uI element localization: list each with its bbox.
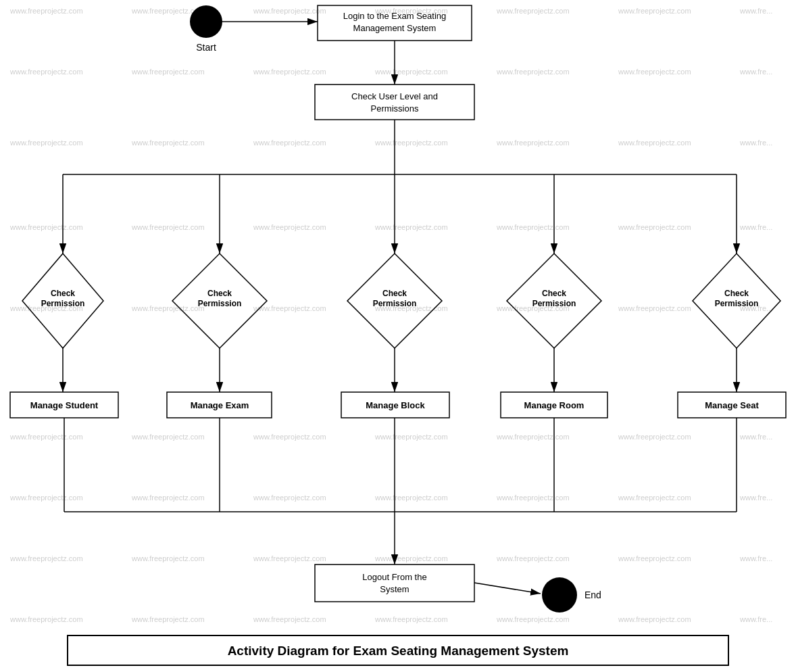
login-text-line2: Management System — [353, 23, 437, 33]
check-user-level-text2: Permissions — [371, 103, 419, 114]
watermark: www.freeprojectz.com — [374, 68, 448, 76]
watermark: www.fre... — [739, 7, 772, 15]
watermark: www.freeprojectz.com — [496, 433, 570, 441]
watermark: www.freeprojectz.com — [618, 68, 691, 76]
cp1-text2: Permission — [41, 299, 85, 308]
watermark: www.freeprojectz.com — [131, 139, 205, 147]
start-label: Start — [196, 42, 216, 53]
cp4-text2: Permission — [532, 299, 576, 308]
cp2-text2: Permission — [198, 299, 242, 308]
watermark: www.freeprojectz.com — [131, 494, 205, 502]
login-text-line1: Login to the Exam Seating — [343, 11, 447, 21]
diagram-title: Activity Diagram for Exam Seating Manage… — [228, 644, 569, 658]
manage-exam-text: Manage Exam — [191, 400, 249, 410]
cp5-text1: Check — [724, 289, 749, 298]
cp4-text1: Check — [542, 289, 566, 298]
watermark: www.freeprojectz.com — [9, 68, 83, 76]
watermark: www.freeprojectz.com — [618, 433, 691, 441]
watermark: www.freeprojectz.com — [253, 68, 326, 76]
manage-seat-text: Manage Seat — [705, 400, 759, 410]
watermark: www.freeprojectz.com — [131, 433, 205, 441]
watermark: www.freeprojectz.com — [618, 223, 691, 231]
watermark: www.freeprojectz.com — [253, 615, 326, 623]
watermark: www.freeprojectz.com — [131, 615, 205, 623]
watermark: www.freeprojectz.com — [253, 139, 326, 147]
watermark: www.freeprojectz.com — [374, 554, 448, 562]
watermark: www.fre... — [739, 433, 772, 441]
watermark: www.freeprojectz.com — [253, 223, 326, 231]
watermark: www.freeprojectz.com — [374, 223, 448, 231]
arrow-logout-end — [474, 583, 541, 594]
watermark: www.freeprojectz.com — [496, 68, 570, 76]
logout-box — [315, 565, 474, 602]
manage-student-text: Manage Student — [30, 400, 99, 410]
manage-room-text: Manage Room — [524, 400, 584, 410]
watermark: www.freeprojectz.com — [131, 223, 205, 231]
watermark: www.fre... — [739, 139, 772, 147]
watermark: www.freeprojectz.com — [618, 494, 691, 502]
watermark: www.freeprojectz.com — [131, 68, 205, 76]
watermark: www.freeprojectz.com — [9, 139, 83, 147]
cp3-text1: Check — [382, 289, 407, 298]
manage-block-text: Manage Block — [366, 400, 425, 410]
watermark: www.freeprojectz.com — [253, 554, 326, 562]
watermark: www.freeprojectz.com — [9, 554, 83, 562]
cp2-text1: Check — [207, 289, 232, 298]
watermark: www.freeprojectz.com — [374, 139, 448, 147]
watermark: www.freeprojectz.com — [618, 7, 691, 15]
logout-text1: Logout From the — [362, 572, 426, 582]
watermark: www.freeprojectz.com — [131, 304, 205, 312]
watermark: www.freeprojectz.com — [496, 494, 570, 502]
watermark: www.freeprojectz.com — [618, 615, 691, 623]
watermark: www.freeprojectz.com — [9, 494, 83, 502]
end-label: End — [584, 590, 601, 600]
watermark: www.freeprojectz.com — [9, 223, 83, 231]
watermark: www.freeprojectz.com — [618, 554, 691, 562]
watermark: www.freeprojectz.com — [9, 7, 83, 15]
end-circle — [542, 577, 577, 613]
watermark: www.freeprojectz.com — [496, 139, 570, 147]
watermark: www.freeprojectz.com — [618, 139, 691, 147]
watermark: www.fre... — [739, 554, 772, 562]
watermark: www.freeprojectz.com — [496, 615, 570, 623]
watermark: www.freeprojectz.com — [9, 615, 83, 623]
watermark: www.freeprojectz.com — [374, 494, 448, 502]
cp3-text2: Permission — [373, 299, 417, 308]
cp5-text2: Permission — [715, 299, 759, 308]
check-user-level-text1: Check User Level and — [351, 91, 438, 101]
watermark: www.freeprojectz.com — [374, 433, 448, 441]
watermark: www.freeprojectz.com — [253, 7, 326, 15]
watermark: www.freeprojectz.com — [253, 304, 326, 312]
watermark: www.fre... — [739, 68, 772, 76]
watermark: www.fre... — [739, 494, 772, 502]
logout-text2: System — [380, 584, 409, 594]
watermark: www.freeprojectz.com — [618, 304, 691, 312]
watermark: www.freeprojectz.com — [374, 615, 448, 623]
watermark: www.freeprojectz.com — [496, 554, 570, 562]
watermark: www.fre... — [739, 223, 772, 231]
watermark: www.freeprojectz.com — [253, 433, 326, 441]
check-user-level-box — [315, 85, 474, 120]
watermark: www.freeprojectz.com — [131, 554, 205, 562]
watermark: www.freeprojectz.com — [496, 223, 570, 231]
cp1-text1: Check — [51, 289, 75, 298]
watermark: www.fre... — [739, 615, 772, 623]
watermark: www.freeprojectz.com — [9, 433, 83, 441]
watermark: www.freeprojectz.com — [496, 7, 570, 15]
diagram-area: www.freeprojectz.com www.freeprojectz.co… — [0, 0, 796, 672]
watermark: www.freeprojectz.com — [253, 494, 326, 502]
